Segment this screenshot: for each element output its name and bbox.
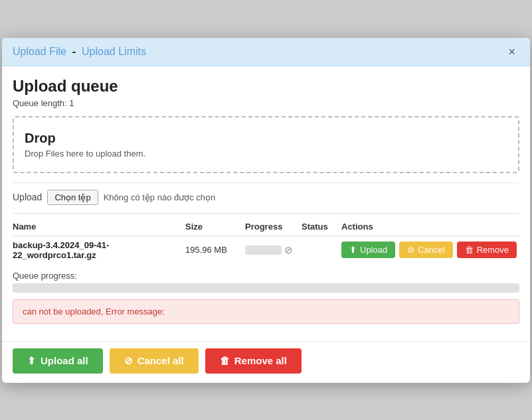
upload-label: Upload (13, 192, 42, 202)
row-progress: ⊘ (245, 244, 302, 256)
row-filename: backup-3.4.2024_09-41-22_wordprco1.tar.g… (13, 240, 185, 260)
row-remove-button[interactable]: 🗑 Remove (457, 242, 517, 258)
upload-all-icon: ⬆ (27, 355, 36, 367)
upload-icon: ⬆ (349, 245, 357, 255)
row-actions: ⬆ Upload ⊘ Cancel 🗑 Remove (341, 242, 519, 258)
cancel-all-icon: ⊘ (124, 355, 133, 367)
modal-title: Upload File - Upload Limits (13, 46, 146, 58)
upload-input-row: Upload Chọn tệp Không có tệp nào được ch… (13, 182, 519, 205)
remove-all-label: Remove all (234, 355, 287, 366)
row-upload-button[interactable]: ⬆ Upload (341, 242, 395, 258)
queue-length: Queue length: 1 (13, 98, 519, 108)
queue-progress-section: Queue progress: (13, 271, 519, 293)
drop-subtitle: Drop Files here to upload them. (25, 149, 507, 159)
queue-title: Upload queue (13, 77, 519, 96)
row-cancel-button[interactable]: ⊘ Cancel (399, 242, 452, 258)
table-header: Name Size Progress Status Actions (13, 219, 519, 236)
upload-modal: Upload File - Upload Limits × Upload que… (2, 38, 530, 383)
drop-title: Drop (25, 131, 507, 146)
col-header-size: Size (185, 222, 245, 232)
cancel-button-label: Cancel (418, 245, 444, 255)
modal-header: Upload File - Upload Limits × (2, 38, 530, 66)
file-table: Name Size Progress Status Actions backup… (13, 213, 519, 264)
col-header-name: Name (13, 222, 185, 232)
table-row: backup-3.4.2024_09-41-22_wordprco1.tar.g… (13, 236, 519, 264)
modal-title-link[interactable]: Upload Limits (82, 46, 146, 57)
progress-icon: ⊘ (284, 244, 293, 256)
cancel-all-label: Cancel all (137, 355, 184, 366)
error-box: can not be uploaded, Error message: (13, 299, 519, 324)
progress-bar-wrap (245, 245, 282, 255)
close-button[interactable]: × (504, 44, 519, 59)
modal-footer: ⬆ Upload all ⊘ Cancel all 🗑 Remove all (2, 341, 530, 383)
remove-all-button[interactable]: 🗑 Remove all (205, 348, 302, 374)
modal-title-text: Upload File (13, 46, 66, 57)
remove-all-icon: 🗑 (220, 355, 230, 366)
upload-button-label: Upload (360, 245, 387, 255)
col-header-actions: Actions (341, 222, 519, 232)
row-filesize: 195.96 MB (185, 245, 245, 255)
col-header-status: Status (302, 222, 341, 232)
modal-body: Upload queue Queue length: 1 Drop Drop F… (2, 66, 530, 341)
cancel-icon: ⊘ (407, 245, 414, 255)
upload-all-label: Upload all (41, 355, 88, 366)
error-message: can not be uploaded, Error message: (23, 307, 165, 316)
choose-file-button[interactable]: Chọn tệp (47, 190, 98, 205)
drop-zone[interactable]: Drop Drop Files here to upload them. (13, 116, 519, 173)
upload-all-button[interactable]: ⬆ Upload all (13, 348, 103, 374)
queue-progress-bar-wrap (13, 283, 519, 293)
remove-button-label: Remove (477, 245, 509, 255)
cancel-all-button[interactable]: ⊘ Cancel all (110, 348, 199, 374)
queue-progress-label: Queue progress: (13, 271, 519, 281)
col-header-progress: Progress (245, 222, 302, 232)
file-none-label: Không có tệp nào được chọn (104, 192, 216, 202)
trash-icon: 🗑 (465, 245, 474, 255)
